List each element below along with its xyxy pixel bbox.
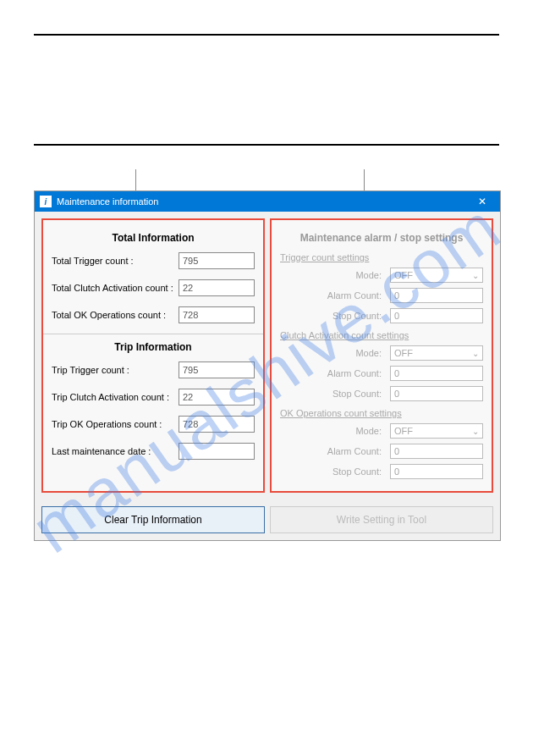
setting-row: Mode: OFF — [280, 423, 483, 439]
alarm-count-label: Alarm Count: — [280, 368, 390, 378]
setting-row: Mode: OFF — [280, 268, 483, 283]
titlebar: i Maintenance information ✕ — [35, 191, 500, 212]
setting-row: Alarm Count: — [280, 288, 483, 303]
field-row: Last maintenance date : — [52, 443, 255, 460]
page-rule-mid — [34, 144, 499, 146]
total-ok-label: Total OK Operations count : — [52, 310, 179, 320]
close-icon[interactable]: ✕ — [470, 196, 495, 207]
stop-count-label: Stop Count: — [280, 311, 390, 321]
total-trigger-input[interactable] — [179, 252, 255, 269]
ok-alarm-input[interactable] — [390, 444, 483, 459]
select-value: OFF — [394, 426, 413, 436]
select-value: OFF — [394, 348, 413, 358]
stop-count-label: Stop Count: — [280, 389, 390, 399]
setting-row: Alarm Count: — [280, 444, 483, 459]
setting-row: Alarm Count: — [280, 366, 483, 381]
field-row: Trip Clutch Activation count : — [52, 389, 255, 406]
trip-trigger-label: Trip Trigger count : — [52, 365, 179, 375]
mode-label: Mode: — [280, 348, 390, 358]
right-panel: Maintenance alarm / stop settings Trigge… — [270, 218, 493, 493]
divider — [43, 334, 263, 334]
ok-mode-select[interactable]: OFF — [390, 423, 483, 439]
clutch-settings-subtitle: Clutch Activation count settings — [280, 330, 483, 340]
mode-label: Mode: — [280, 270, 390, 280]
clutch-stop-input[interactable] — [390, 386, 483, 401]
clear-trip-button[interactable]: Clear Trip Information — [41, 506, 265, 533]
mode-label: Mode: — [280, 426, 390, 436]
window-title: Maintenance information — [57, 196, 470, 207]
alarm-count-label: Alarm Count: — [280, 446, 390, 456]
select-value: OFF — [394, 270, 413, 280]
total-ok-input[interactable] — [179, 306, 255, 323]
trigger-mode-select[interactable]: OFF — [390, 268, 483, 283]
trip-clutch-label: Trip Clutch Activation count : — [52, 392, 179, 402]
total-clutch-label: Total Clutch Activation count : — [52, 283, 179, 293]
window-body: Total Information Total Trigger count : … — [35, 212, 500, 499]
clutch-alarm-input[interactable] — [390, 366, 483, 381]
ok-stop-input[interactable] — [390, 464, 483, 479]
trip-info-title: Trip Information — [52, 341, 255, 353]
trip-trigger-input[interactable] — [179, 361, 255, 378]
setting-row: Stop Count: — [280, 308, 483, 323]
last-maint-input[interactable] — [179, 443, 255, 460]
button-row: Clear Trip Information Write Setting in … — [35, 499, 500, 540]
write-setting-button: Write Setting in Tool — [270, 506, 493, 533]
alarm-settings-title: Maintenance alarm / stop settings — [280, 232, 483, 244]
alarm-count-label: Alarm Count: — [280, 290, 390, 301]
stop-count-label: Stop Count: — [280, 466, 390, 477]
field-row: Trip OK Operations count : — [52, 416, 255, 433]
setting-row: Mode: OFF — [280, 345, 483, 361]
trigger-alarm-input[interactable] — [390, 288, 483, 303]
trip-clutch-input[interactable] — [179, 389, 255, 406]
setting-row: Stop Count: — [280, 464, 483, 479]
maintenance-window: i Maintenance information ✕ Total Inform… — [34, 190, 501, 541]
setting-row: Stop Count: — [280, 386, 483, 401]
ok-settings-subtitle: OK Operations count settings — [280, 408, 483, 418]
total-trigger-label: Total Trigger count : — [52, 256, 179, 266]
total-info-title: Total Information — [52, 232, 255, 244]
trigger-settings-subtitle: Trigger count settings — [280, 252, 483, 262]
last-maint-label: Last maintenance date : — [52, 446, 179, 456]
field-row: Trip Trigger count : — [52, 361, 255, 378]
field-row: Total Clutch Activation count : — [52, 279, 255, 296]
left-panel: Total Information Total Trigger count : … — [41, 218, 265, 493]
page-rule-top — [34, 34, 499, 36]
trip-ok-label: Trip OK Operations count : — [52, 419, 179, 429]
field-row: Total OK Operations count : — [52, 306, 255, 323]
field-row: Total Trigger count : — [52, 252, 255, 269]
trigger-stop-input[interactable] — [390, 308, 483, 323]
trip-ok-input[interactable] — [179, 416, 255, 433]
info-icon: i — [40, 196, 52, 207]
total-clutch-input[interactable] — [179, 279, 255, 296]
clutch-mode-select[interactable]: OFF — [390, 345, 483, 361]
